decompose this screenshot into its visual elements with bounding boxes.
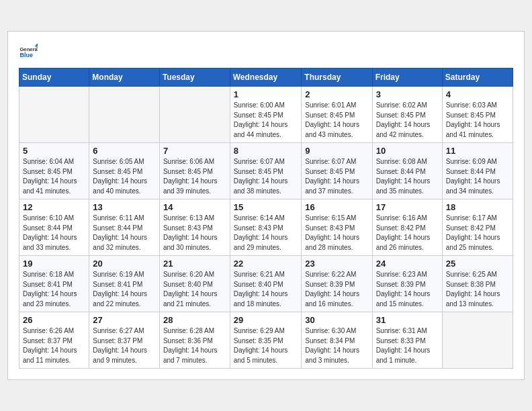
day-number: 26 bbox=[23, 315, 85, 325]
day-cell bbox=[89, 87, 160, 143]
calendar-grid: SundayMondayTuesdayWednesdayThursdayFrid… bbox=[19, 68, 513, 369]
day-cell: 1Sunrise: 6:00 AM Sunset: 8:45 PM Daylig… bbox=[230, 87, 302, 143]
day-info: Sunrise: 6:31 AM Sunset: 8:33 PM Dayligh… bbox=[376, 326, 439, 365]
day-number: 30 bbox=[305, 315, 368, 325]
weekday-header-sunday: Sunday bbox=[19, 68, 89, 87]
day-info: Sunrise: 6:16 AM Sunset: 8:42 PM Dayligh… bbox=[376, 214, 439, 253]
day-info: Sunrise: 6:15 AM Sunset: 8:43 PM Dayligh… bbox=[305, 214, 368, 253]
day-cell: 31Sunrise: 6:31 AM Sunset: 8:33 PM Dayli… bbox=[372, 312, 442, 369]
day-cell: 17Sunrise: 6:16 AM Sunset: 8:42 PM Dayli… bbox=[372, 199, 442, 256]
day-cell: 21Sunrise: 6:20 AM Sunset: 8:40 PM Dayli… bbox=[159, 256, 230, 312]
day-info: Sunrise: 6:07 AM Sunset: 8:45 PM Dayligh… bbox=[234, 157, 298, 196]
day-info: Sunrise: 6:19 AM Sunset: 8:41 PM Dayligh… bbox=[93, 270, 156, 309]
day-number: 6 bbox=[93, 146, 156, 156]
day-number: 16 bbox=[305, 202, 368, 212]
day-info: Sunrise: 6:07 AM Sunset: 8:45 PM Dayligh… bbox=[305, 157, 368, 196]
day-number: 2 bbox=[305, 89, 368, 99]
day-number: 28 bbox=[163, 315, 226, 325]
day-info: Sunrise: 6:01 AM Sunset: 8:45 PM Dayligh… bbox=[305, 101, 368, 140]
day-number: 15 bbox=[234, 202, 298, 212]
day-cell: 4Sunrise: 6:03 AM Sunset: 8:45 PM Daylig… bbox=[442, 87, 513, 143]
day-info: Sunrise: 6:08 AM Sunset: 8:44 PM Dayligh… bbox=[376, 157, 439, 196]
day-number: 22 bbox=[234, 259, 298, 269]
svg-text:General: General bbox=[19, 46, 38, 52]
logo: General Blue bbox=[19, 42, 40, 61]
day-cell: 22Sunrise: 6:21 AM Sunset: 8:40 PM Dayli… bbox=[230, 256, 302, 312]
day-info: Sunrise: 6:22 AM Sunset: 8:39 PM Dayligh… bbox=[305, 270, 368, 309]
day-cell: 6Sunrise: 6:05 AM Sunset: 8:45 PM Daylig… bbox=[89, 143, 160, 199]
day-info: Sunrise: 6:11 AM Sunset: 8:44 PM Dayligh… bbox=[93, 214, 156, 253]
day-number: 4 bbox=[446, 89, 509, 99]
day-cell: 3Sunrise: 6:02 AM Sunset: 8:45 PM Daylig… bbox=[372, 87, 442, 143]
day-info: Sunrise: 6:04 AM Sunset: 8:45 PM Dayligh… bbox=[23, 157, 85, 196]
day-number: 17 bbox=[376, 202, 439, 212]
day-number: 18 bbox=[446, 202, 509, 212]
day-number: 9 bbox=[305, 146, 368, 156]
header: General Blue bbox=[19, 42, 513, 61]
weekday-header-wednesday: Wednesday bbox=[230, 68, 302, 87]
svg-text:Blue: Blue bbox=[19, 52, 33, 58]
day-info: Sunrise: 6:00 AM Sunset: 8:45 PM Dayligh… bbox=[234, 101, 298, 140]
day-cell bbox=[442, 312, 513, 369]
day-cell bbox=[159, 87, 230, 143]
week-row-2: 5Sunrise: 6:04 AM Sunset: 8:45 PM Daylig… bbox=[19, 143, 513, 199]
day-cell: 25Sunrise: 6:25 AM Sunset: 8:38 PM Dayli… bbox=[442, 256, 513, 312]
day-cell: 20Sunrise: 6:19 AM Sunset: 8:41 PM Dayli… bbox=[89, 256, 160, 312]
day-info: Sunrise: 6:28 AM Sunset: 8:36 PM Dayligh… bbox=[163, 326, 226, 365]
day-number: 29 bbox=[234, 315, 298, 325]
day-cell: 18Sunrise: 6:17 AM Sunset: 8:42 PM Dayli… bbox=[442, 199, 513, 256]
day-number: 31 bbox=[376, 315, 439, 325]
day-info: Sunrise: 6:29 AM Sunset: 8:35 PM Dayligh… bbox=[234, 326, 298, 365]
day-info: Sunrise: 6:26 AM Sunset: 8:37 PM Dayligh… bbox=[23, 326, 85, 365]
day-cell: 27Sunrise: 6:27 AM Sunset: 8:37 PM Dayli… bbox=[89, 312, 160, 369]
day-info: Sunrise: 6:09 AM Sunset: 8:44 PM Dayligh… bbox=[446, 157, 509, 196]
day-cell: 10Sunrise: 6:08 AM Sunset: 8:44 PM Dayli… bbox=[372, 143, 442, 199]
weekday-header-monday: Monday bbox=[89, 68, 160, 87]
day-number: 5 bbox=[23, 146, 85, 156]
day-info: Sunrise: 6:17 AM Sunset: 8:42 PM Dayligh… bbox=[446, 214, 509, 253]
day-cell: 12Sunrise: 6:10 AM Sunset: 8:44 PM Dayli… bbox=[19, 199, 89, 256]
week-row-3: 12Sunrise: 6:10 AM Sunset: 8:44 PM Dayli… bbox=[19, 199, 513, 256]
logo-icon: General Blue bbox=[19, 42, 38, 61]
day-number: 23 bbox=[305, 259, 368, 269]
day-number: 10 bbox=[376, 146, 439, 156]
day-cell: 29Sunrise: 6:29 AM Sunset: 8:35 PM Dayli… bbox=[230, 312, 302, 369]
day-info: Sunrise: 6:27 AM Sunset: 8:37 PM Dayligh… bbox=[93, 326, 156, 365]
week-row-4: 19Sunrise: 6:18 AM Sunset: 8:41 PM Dayli… bbox=[19, 256, 513, 312]
day-number: 27 bbox=[93, 315, 156, 325]
day-cell: 9Sunrise: 6:07 AM Sunset: 8:45 PM Daylig… bbox=[302, 143, 372, 199]
day-cell: 2Sunrise: 6:01 AM Sunset: 8:45 PM Daylig… bbox=[302, 87, 372, 143]
day-number: 8 bbox=[234, 146, 298, 156]
weekday-header-friday: Friday bbox=[372, 68, 442, 87]
day-number: 24 bbox=[376, 259, 439, 269]
day-number: 12 bbox=[23, 202, 85, 212]
day-info: Sunrise: 6:06 AM Sunset: 8:45 PM Dayligh… bbox=[163, 157, 226, 196]
day-cell: 23Sunrise: 6:22 AM Sunset: 8:39 PM Dayli… bbox=[302, 256, 372, 312]
weekday-header-thursday: Thursday bbox=[302, 68, 372, 87]
day-cell: 28Sunrise: 6:28 AM Sunset: 8:36 PM Dayli… bbox=[159, 312, 230, 369]
day-cell: 19Sunrise: 6:18 AM Sunset: 8:41 PM Dayli… bbox=[19, 256, 89, 312]
day-number: 19 bbox=[23, 259, 85, 269]
day-info: Sunrise: 6:05 AM Sunset: 8:45 PM Dayligh… bbox=[93, 157, 156, 196]
day-number: 13 bbox=[93, 202, 156, 212]
day-info: Sunrise: 6:18 AM Sunset: 8:41 PM Dayligh… bbox=[23, 270, 85, 309]
day-cell: 16Sunrise: 6:15 AM Sunset: 8:43 PM Dayli… bbox=[302, 199, 372, 256]
day-number: 21 bbox=[163, 259, 226, 269]
week-row-5: 26Sunrise: 6:26 AM Sunset: 8:37 PM Dayli… bbox=[19, 312, 513, 369]
day-cell: 8Sunrise: 6:07 AM Sunset: 8:45 PM Daylig… bbox=[230, 143, 302, 199]
day-cell: 14Sunrise: 6:13 AM Sunset: 8:43 PM Dayli… bbox=[159, 199, 230, 256]
day-number: 3 bbox=[376, 89, 439, 99]
weekday-header-tuesday: Tuesday bbox=[159, 68, 230, 87]
day-cell: 11Sunrise: 6:09 AM Sunset: 8:44 PM Dayli… bbox=[442, 143, 513, 199]
day-cell: 26Sunrise: 6:26 AM Sunset: 8:37 PM Dayli… bbox=[19, 312, 89, 369]
day-cell: 7Sunrise: 6:06 AM Sunset: 8:45 PM Daylig… bbox=[159, 143, 230, 199]
day-cell: 15Sunrise: 6:14 AM Sunset: 8:43 PM Dayli… bbox=[230, 199, 302, 256]
day-number: 7 bbox=[163, 146, 226, 156]
day-info: Sunrise: 6:25 AM Sunset: 8:38 PM Dayligh… bbox=[446, 270, 509, 309]
day-number: 20 bbox=[93, 259, 156, 269]
weekday-header-row: SundayMondayTuesdayWednesdayThursdayFrid… bbox=[19, 68, 513, 87]
calendar-container: General Blue SundayMondayTuesdayWednesda… bbox=[7, 31, 525, 380]
day-info: Sunrise: 6:14 AM Sunset: 8:43 PM Dayligh… bbox=[234, 214, 298, 253]
day-info: Sunrise: 6:21 AM Sunset: 8:40 PM Dayligh… bbox=[234, 270, 298, 309]
day-info: Sunrise: 6:02 AM Sunset: 8:45 PM Dayligh… bbox=[376, 101, 439, 140]
